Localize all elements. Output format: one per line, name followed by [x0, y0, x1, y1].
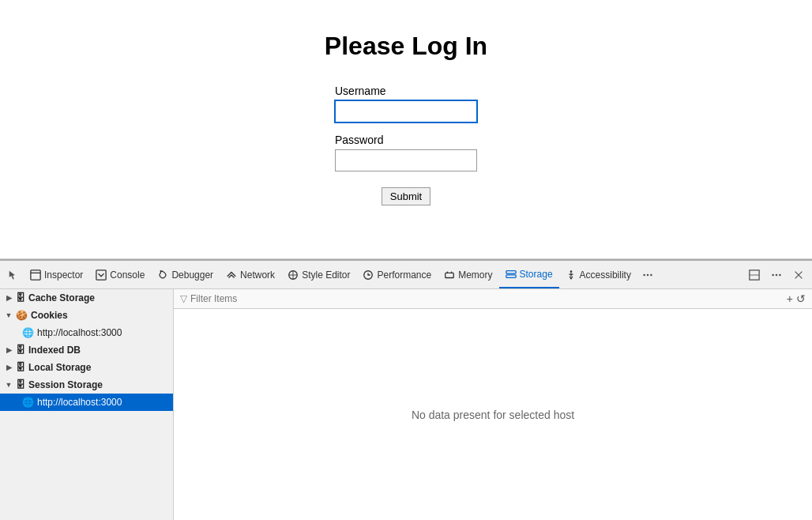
- tab-storage[interactable]: Storage: [499, 261, 559, 288]
- svg-point-11: [643, 273, 645, 276]
- username-group: Username: [335, 85, 477, 122]
- sidebar-group-header-session-storage[interactable]: ▼ 🗄 Session Storage: [0, 376, 173, 394]
- svg-point-18: [779, 273, 781, 276]
- session-localhost-label: http://localhost:3000: [37, 397, 122, 408]
- devtools-sidebar: ▶ 🗄 Cache Storage ▼ 🍪 Cookies 🌐 http://l…: [0, 289, 174, 520]
- triangle-icon: ▼: [5, 381, 13, 389]
- devtools-toolbar: Inspector Console Debugger Network Style…: [0, 261, 812, 289]
- cookies-icon: 🍪: [16, 310, 28, 321]
- svg-rect-8: [506, 270, 515, 273]
- close-devtools-button[interactable]: [788, 266, 809, 284]
- refresh-button[interactable]: ↺: [796, 292, 806, 305]
- session-storage-icon: 🗄: [16, 379, 25, 390]
- globe-icon: 🌐: [22, 327, 34, 338]
- svg-point-16: [772, 273, 774, 276]
- globe-icon: 🌐: [22, 397, 34, 408]
- triangle-icon: ▼: [5, 311, 13, 319]
- more-tabs-button[interactable]: [637, 266, 658, 284]
- session-storage-label: Session Storage: [28, 379, 103, 390]
- tab-console[interactable]: Console: [89, 261, 151, 288]
- main-page: Please Log In Username Password Submit: [0, 0, 812, 259]
- sidebar-group-cookies: ▼ 🍪 Cookies 🌐 http://localhost:3000: [0, 307, 173, 341]
- devtools-main-actions: + ↺: [787, 292, 806, 305]
- dock-button[interactable]: [744, 266, 765, 284]
- sidebar-group-header-cookies[interactable]: ▼ 🍪 Cookies: [0, 307, 173, 324]
- devtools-empty-message: No data present for selected host: [174, 309, 812, 520]
- tab-style-editor[interactable]: Style Editor: [281, 261, 356, 288]
- triangle-icon: ▶: [5, 294, 13, 302]
- cookies-localhost-label: http://localhost:3000: [37, 327, 122, 338]
- devtools-main-panel: ▽ + ↺ No data present for selected host: [174, 289, 812, 520]
- pick-element-button[interactable]: [3, 266, 24, 284]
- filter-input[interactable]: [190, 293, 784, 304]
- triangle-icon: ▶: [5, 346, 13, 354]
- password-input[interactable]: [335, 149, 477, 171]
- sidebar-item-cookies-localhost[interactable]: 🌐 http://localhost:3000: [0, 324, 173, 341]
- triangle-icon: ▶: [5, 364, 13, 371]
- sidebar-group-indexed-db: ▶ 🗄 Indexed DB: [0, 341, 173, 359]
- page-title: Please Log In: [325, 32, 487, 61]
- sidebar-group-header-local-storage[interactable]: ▶ 🗄 Local Storage: [0, 359, 173, 376]
- svg-rect-2: [96, 269, 106, 279]
- indexed-db-icon: 🗄: [16, 345, 25, 356]
- filter-icon: ▽: [180, 293, 187, 304]
- local-storage-icon: 🗄: [16, 362, 25, 373]
- cache-storage-icon: 🗄: [16, 292, 25, 303]
- cache-storage-label: Cache Storage: [28, 292, 95, 303]
- indexed-db-label: Indexed DB: [28, 345, 81, 356]
- svg-point-13: [650, 273, 652, 276]
- devtools-body: ▶ 🗄 Cache Storage ▼ 🍪 Cookies 🌐 http://l…: [0, 289, 812, 520]
- local-storage-label: Local Storage: [28, 362, 91, 373]
- svg-point-12: [647, 273, 649, 276]
- options-button[interactable]: [766, 266, 787, 284]
- sidebar-group-header-cache-storage[interactable]: ▶ 🗄 Cache Storage: [0, 289, 173, 307]
- password-group: Password: [335, 134, 477, 171]
- sidebar-item-session-localhost[interactable]: 🌐 http://localhost:3000: [0, 394, 173, 411]
- svg-point-17: [776, 273, 778, 276]
- sidebar-group-local-storage: ▶ 🗄 Local Storage: [0, 359, 173, 376]
- username-label: Username: [335, 85, 477, 97]
- password-label: Password: [335, 134, 477, 146]
- tab-memory[interactable]: Memory: [438, 261, 498, 288]
- devtools-filter-bar: ▽ + ↺: [174, 289, 812, 309]
- devtools-panel: Inspector Console Debugger Network Style…: [0, 259, 812, 520]
- sidebar-group-session-storage: ▼ 🗄 Session Storage 🌐 http://localhost:3…: [0, 376, 173, 411]
- tab-debugger[interactable]: Debugger: [151, 261, 220, 288]
- tab-performance[interactable]: Performance: [356, 261, 438, 288]
- tab-accessibility[interactable]: Accessibility: [559, 261, 637, 288]
- add-button[interactable]: +: [787, 292, 793, 305]
- username-input[interactable]: [335, 100, 477, 122]
- svg-point-10: [570, 270, 572, 273]
- tab-network[interactable]: Network: [220, 261, 281, 288]
- svg-rect-0: [31, 269, 40, 279]
- tab-inspector[interactable]: Inspector: [24, 261, 89, 288]
- cookies-label: Cookies: [31, 310, 68, 321]
- sidebar-group-cache-storage: ▶ 🗄 Cache Storage: [0, 289, 173, 307]
- sidebar-group-header-indexed-db[interactable]: ▶ 🗄 Indexed DB: [0, 341, 173, 359]
- svg-rect-9: [506, 274, 515, 277]
- svg-rect-5: [445, 273, 454, 277]
- submit-button[interactable]: Submit: [382, 187, 430, 205]
